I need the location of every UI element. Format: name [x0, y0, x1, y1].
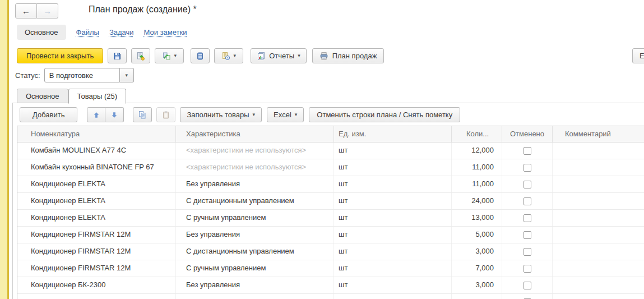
add-row-button[interactable]: Добавить — [20, 107, 77, 122]
status-dropdown-button[interactable]: ▾ — [120, 68, 134, 82]
back-arrow-icon: ← — [22, 6, 30, 16]
dropdown-arrow-icon: ▾ — [233, 53, 236, 58]
create-based-on-icon — [162, 52, 171, 61]
dropdown-arrow-icon: ▾ — [125, 73, 128, 78]
page-tabs: Основное Товары (25) — [17, 89, 126, 104]
copy-icon — [138, 111, 147, 119]
copy-row-button[interactable] — [133, 107, 152, 122]
reports-button-label: Отчеты — [269, 52, 294, 60]
nav-link-notes[interactable]: Мои заметки — [144, 28, 187, 36]
post-button[interactable] — [131, 48, 150, 63]
arrow-down-icon — [110, 111, 118, 119]
excel-label: Excel — [274, 111, 291, 119]
status-input[interactable]: В подготовке — [44, 68, 120, 82]
status-combobox: В подготовке ▾ — [44, 68, 134, 82]
reports-button[interactable]: Отчеты ▾ — [251, 48, 306, 63]
nav-links-row: Основное Файлы Задачи Мои заметки — [17, 25, 187, 40]
fill-goods-button[interactable]: Заполнить товары ▾ — [180, 107, 262, 122]
history-nav: ← → — [15, 3, 58, 19]
print-plan-button[interactable]: План продаж — [312, 48, 384, 63]
register-records-button[interactable] — [191, 48, 210, 63]
arrow-up-icon — [92, 111, 100, 119]
back-button[interactable]: ← — [15, 3, 37, 19]
dropdown-arrow-icon: ▾ — [298, 53, 300, 58]
report-chart-icon — [257, 52, 266, 61]
save-button[interactable] — [108, 48, 127, 63]
dropdown-arrow-icon: ▾ — [253, 112, 256, 117]
page-title: План продаж (создание) * — [89, 4, 197, 15]
move-row-buttons — [87, 107, 124, 122]
paste-clipboard-icon — [161, 111, 170, 119]
tab-main[interactable]: Основное — [17, 89, 68, 103]
move-up-button[interactable] — [87, 107, 105, 122]
dropdown-arrow-icon: ▾ — [295, 112, 298, 117]
printer-icon — [319, 52, 328, 61]
window-edge-strip — [0, 0, 9, 299]
status-row: Статус: В подготовке ▾ — [15, 68, 134, 82]
dropdown-arrow-icon: ▾ — [174, 53, 177, 58]
fill-goods-label: Заполнить товары — [187, 111, 249, 119]
post-document-icon — [136, 52, 145, 61]
nav-link-tasks[interactable]: Задачи — [109, 28, 134, 36]
status-label: Статус: — [15, 71, 40, 80]
create-based-on-button[interactable]: ▾ — [155, 48, 184, 63]
forward-arrow-icon: → — [43, 6, 52, 16]
paste-row-button[interactable] — [156, 107, 175, 122]
excel-button[interactable]: Excel ▾ — [267, 107, 304, 122]
change-history-button[interactable]: ▾ — [214, 48, 243, 63]
cancel-plan-lines-button[interactable]: Отменить строки плана / Снять пометку — [309, 107, 460, 122]
more-button[interactable]: Е — [632, 48, 644, 63]
register-records-icon — [196, 52, 205, 61]
table-toolbar: Добавить Заполнить товары ▾ Excel ▾ Отме… — [20, 107, 460, 122]
move-down-button[interactable] — [105, 107, 124, 122]
print-plan-label: План продаж — [332, 52, 377, 60]
document-clock-icon — [221, 52, 230, 61]
tab-content-panel — [12, 103, 644, 299]
forward-button[interactable]: → — [37, 3, 58, 19]
nav-link-files[interactable]: Файлы — [76, 28, 99, 36]
tab-goods[interactable]: Товары (25) — [68, 89, 126, 104]
post-and-close-button[interactable]: Провести и закрыть — [17, 48, 103, 63]
save-icon — [113, 52, 122, 61]
nav-tab-main[interactable]: Основное — [17, 25, 66, 40]
main-toolbar: Провести и закрыть ▾ ▾ Отчеты ▾ — [17, 48, 384, 63]
